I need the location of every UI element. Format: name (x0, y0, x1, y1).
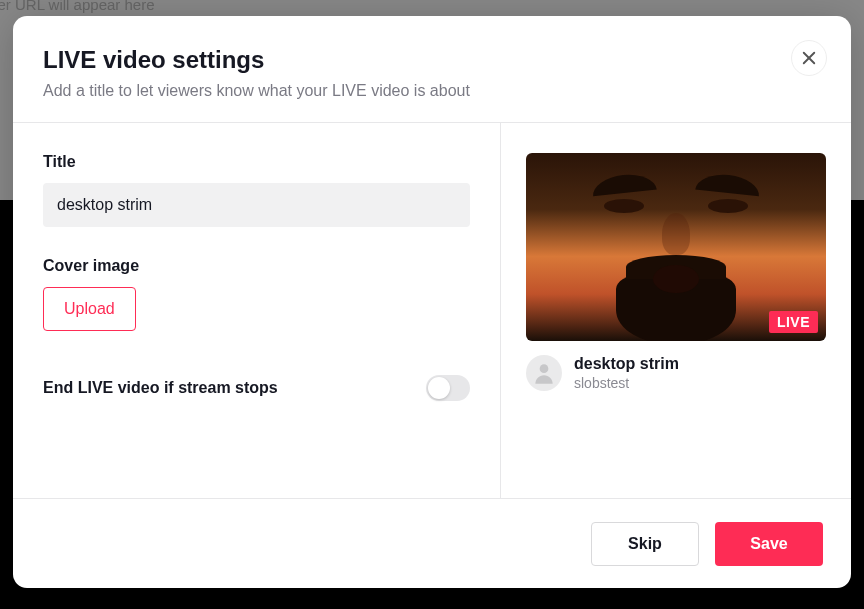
modal-title: LIVE video settings (43, 46, 821, 74)
end-stream-toggle[interactable] (426, 375, 470, 401)
preview-column: LIVE desktop strim slobstest (501, 123, 851, 498)
backdrop-hint-text: ver URL will appear here (0, 0, 155, 13)
user-icon (531, 360, 557, 386)
preview-thumbnail: LIVE (526, 153, 826, 341)
cover-image-label: Cover image (43, 257, 470, 275)
stream-username: slobstest (574, 375, 679, 391)
end-stream-toggle-label: End LIVE video if stream stops (43, 379, 278, 397)
close-icon (800, 49, 818, 67)
modal-body: Title Cover image Upload End LIVE video … (13, 123, 851, 498)
live-badge: LIVE (769, 311, 818, 333)
live-settings-modal: LIVE video settings Add a title to let v… (13, 16, 851, 588)
stream-meta: desktop strim slobstest (574, 355, 679, 391)
toggle-knob (428, 377, 450, 399)
title-input[interactable] (43, 183, 470, 227)
settings-column: Title Cover image Upload End LIVE video … (13, 123, 501, 498)
skip-button[interactable]: Skip (591, 522, 699, 566)
avatar (526, 355, 562, 391)
modal-footer: Skip Save (13, 498, 851, 588)
modal-header: LIVE video settings Add a title to let v… (13, 16, 851, 122)
stream-info: desktop strim slobstest (526, 355, 826, 391)
end-stream-toggle-row: End LIVE video if stream stops (43, 375, 470, 401)
title-label: Title (43, 153, 470, 171)
cover-field-group: Cover image Upload (43, 257, 470, 331)
modal-subtitle: Add a title to let viewers know what you… (43, 82, 821, 100)
close-button[interactable] (791, 40, 827, 76)
title-field-group: Title (43, 153, 470, 227)
stream-title: desktop strim (574, 355, 679, 373)
upload-button[interactable]: Upload (43, 287, 136, 331)
svg-point-2 (540, 364, 549, 373)
save-button[interactable]: Save (715, 522, 823, 566)
